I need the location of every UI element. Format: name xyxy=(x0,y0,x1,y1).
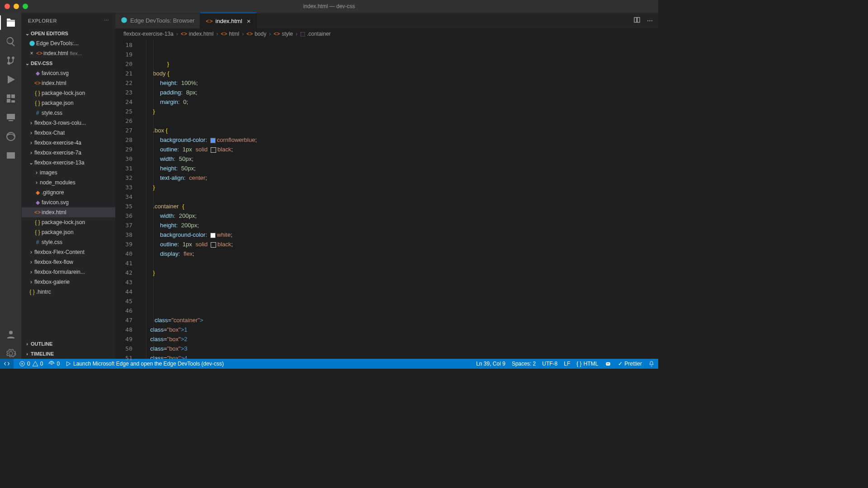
folder-item[interactable]: ⌄flexbox-exercise-13a xyxy=(22,158,115,168)
svg-rect-5 xyxy=(637,18,640,23)
code-editor[interactable]: } body { height: 100%; padding: 8px; mar… xyxy=(139,39,658,359)
svg-point-2 xyxy=(29,41,35,46)
folder-item[interactable]: ›flexbox-exercise-4a xyxy=(22,138,115,148)
svg-point-3 xyxy=(121,17,127,23)
settings-gear-icon[interactable] xyxy=(5,348,16,359)
folder-item[interactable]: ›flexbox-formularein... xyxy=(22,267,115,277)
breadcrumb[interactable]: flexbox-exercise-13a› <> index.html› <> … xyxy=(115,28,658,39)
status-encoding[interactable]: UTF-8 xyxy=(542,361,557,367)
activity-bar xyxy=(0,13,22,359)
file-item[interactable]: ◆favicon.svg xyxy=(22,197,115,207)
svg-point-10 xyxy=(609,363,609,364)
svg-point-9 xyxy=(607,363,608,364)
file-item[interactable]: #style.css xyxy=(22,237,115,247)
status-prettier[interactable]: ✓ Prettier xyxy=(618,361,642,367)
edge-tools-icon[interactable] xyxy=(5,131,16,142)
folder-item[interactable]: ›flexbox-3-rows-colu... xyxy=(22,118,115,128)
status-bar: 0 0 0 Launch Microsoft Edge and open the… xyxy=(0,359,658,369)
open-editor-item[interactable]: Edge DevTools:... xyxy=(22,38,115,48)
html-file-icon: <> xyxy=(35,50,43,56)
file-item[interactable]: { }package.json xyxy=(22,98,115,108)
status-copilot-icon[interactable] xyxy=(604,360,612,367)
folder-item[interactable]: ›flexbox-exercise-7a xyxy=(22,148,115,158)
more-actions-icon[interactable]: ⋯ xyxy=(647,17,653,24)
close-icon[interactable]: × xyxy=(28,50,35,56)
account-icon[interactable] xyxy=(5,329,16,340)
file-item[interactable]: <>index.html xyxy=(22,207,115,217)
file-item[interactable]: { }package-lock.json xyxy=(22,217,115,227)
file-item[interactable]: <>index.html xyxy=(22,78,115,88)
file-item[interactable]: { }.hintrc xyxy=(22,287,115,297)
editor-group: Edge DevTools: Browser <> index.html × ⋯… xyxy=(115,13,658,359)
sidebar-title: EXPLORER xyxy=(28,18,57,23)
folder-item[interactable]: ›images xyxy=(22,168,115,178)
explorer-icon[interactable] xyxy=(5,17,16,28)
folder-item[interactable]: ›flexbox-flex-flow xyxy=(22,257,115,267)
status-eol[interactable]: LF xyxy=(564,361,570,367)
edge-icon xyxy=(121,17,127,25)
split-editor-icon[interactable] xyxy=(633,16,641,25)
outline-section[interactable]: ›OUTLINE xyxy=(22,339,115,349)
folder-item[interactable]: ›node_modules xyxy=(22,178,115,188)
tab-index-html[interactable]: <> index.html × xyxy=(200,13,256,28)
folder-item[interactable]: ›flexbox-galerie xyxy=(22,277,115,287)
close-window[interactable] xyxy=(5,4,10,9)
svg-rect-4 xyxy=(634,18,637,23)
window-title: index.html — dev-css xyxy=(303,3,355,9)
status-indent[interactable]: Spaces: 2 xyxy=(512,361,536,367)
search-icon[interactable] xyxy=(5,36,16,47)
line-numbers: 1819202122232425262728293031323334353637… xyxy=(115,39,139,359)
file-item[interactable]: { }package-lock.json xyxy=(22,88,115,98)
svg-point-1 xyxy=(9,331,13,334)
status-launch-edge[interactable]: Launch Microsoft Edge and open the Edge … xyxy=(65,361,224,367)
close-tab-icon[interactable]: × xyxy=(247,17,251,25)
file-item[interactable]: ◆.gitignore xyxy=(22,188,115,197)
tab-bar: Edge DevTools: Browser <> index.html × ⋯ xyxy=(115,13,658,28)
file-item[interactable]: { }package.json xyxy=(22,227,115,237)
images-icon[interactable] xyxy=(5,150,16,161)
html-file-icon: <> xyxy=(206,18,212,24)
status-language[interactable]: { } HTML xyxy=(576,361,598,367)
titlebar: index.html — dev-css xyxy=(0,0,658,13)
folder-item[interactable]: ›flexbox-Chat xyxy=(22,128,115,138)
open-editor-item[interactable]: × <> index.html flex... xyxy=(22,48,115,58)
run-debug-icon[interactable] xyxy=(5,74,16,85)
svg-point-7 xyxy=(51,363,53,365)
sidebar-more-icon[interactable]: ⋯ xyxy=(104,18,109,23)
edge-icon xyxy=(28,40,36,47)
extensions-icon[interactable] xyxy=(5,93,16,104)
file-item[interactable]: ◆favicon.svg xyxy=(22,68,115,78)
file-item[interactable]: #style.css xyxy=(22,108,115,118)
svg-point-0 xyxy=(7,132,15,141)
status-errors[interactable]: 0 0 xyxy=(19,361,43,367)
explorer-sidebar: EXPLORER ⋯ ⌄OPEN EDITORS Edge DevTools:.… xyxy=(22,13,115,359)
status-ports[interactable]: 0 xyxy=(48,361,60,367)
tab-edge-devtools[interactable]: Edge DevTools: Browser xyxy=(115,13,200,28)
project-section[interactable]: ⌄DEV-CSS xyxy=(22,58,115,68)
minimize-window[interactable] xyxy=(14,4,19,9)
remote-explorer-icon[interactable] xyxy=(5,112,16,123)
folder-item[interactable]: ›flexbox-Flex-Content xyxy=(22,247,115,257)
svg-rect-8 xyxy=(606,362,610,366)
open-editors-section[interactable]: ⌄OPEN EDITORS xyxy=(22,28,115,38)
timeline-section[interactable]: ›TIMELINE xyxy=(22,349,115,359)
maximize-window[interactable] xyxy=(23,4,28,9)
status-notifications-icon[interactable] xyxy=(648,361,655,367)
remote-indicator[interactable] xyxy=(0,359,14,369)
source-control-icon[interactable] xyxy=(5,55,16,66)
status-cursor-pos[interactable]: Ln 39, Col 9 xyxy=(476,361,505,367)
